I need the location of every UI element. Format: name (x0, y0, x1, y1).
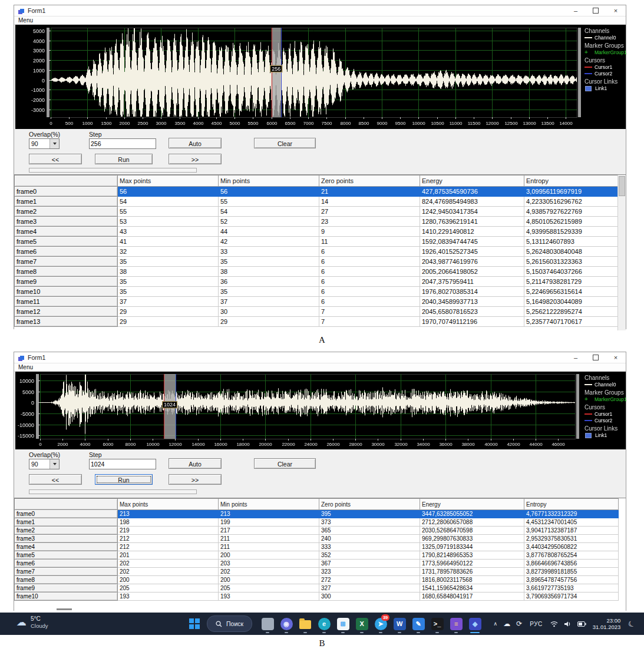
table-row-frame8[interactable]: frame82002002721816,800231175683,8965478… (15, 576, 619, 584)
cell-entropy[interactable]: 3,86646696743856 (524, 560, 619, 568)
cell-max[interactable]: 54 (118, 197, 219, 207)
cell-zero[interactable]: 240 (319, 535, 420, 543)
legend-markergroup1[interactable]: +MarkerGroup1 (584, 49, 636, 55)
wifi-icon[interactable] (550, 621, 558, 627)
table-row-frame11[interactable]: frame11373762040,345899377135,1649820304… (15, 297, 619, 307)
forward-button[interactable]: >> (169, 474, 222, 485)
maximize-button[interactable] (586, 5, 606, 16)
cell-max[interactable]: 201 (118, 551, 219, 560)
table-row-frame1[interactable]: frame1545514824,4769854949834,2233051629… (15, 197, 619, 207)
column-header-max-points[interactable]: Max points (118, 499, 219, 510)
cell-min[interactable]: 202 (219, 568, 319, 576)
cell-min[interactable]: 56 (219, 187, 319, 197)
row-header[interactable]: frame11 (15, 297, 118, 307)
cell-min[interactable]: 38 (219, 267, 319, 277)
weather-widget[interactable]: ☁ 5°C Cloudy (16, 615, 48, 629)
back-button[interactable]: << (29, 154, 82, 164)
table-row-frame7[interactable]: frame72022023231731,789578836263,8273998… (15, 568, 619, 576)
row-header[interactable]: frame8 (15, 576, 118, 584)
clock[interactable]: 23:00 31.01.2023 (593, 617, 621, 630)
table-row-frame10[interactable]: frame101931933001680,658480419173,790693… (15, 593, 619, 601)
cell-max[interactable]: 212 (118, 535, 219, 543)
cell-energy[interactable]: 969,299807630833 (420, 535, 524, 543)
table-row-frame3[interactable]: frame35352231280,763962191414,8501052621… (15, 217, 619, 227)
table-row-frame6[interactable]: frame62022033671773,596649501223,8664669… (15, 560, 619, 568)
run-button[interactable]: Run (95, 474, 153, 485)
clear-button[interactable]: Clear (254, 138, 316, 148)
app-photos[interactable]: ✎ (409, 614, 428, 634)
table-row-frame9[interactable]: frame9353662047,37579594115,211479382817… (15, 277, 619, 287)
cell-zero[interactable]: 323 (319, 568, 420, 576)
auto-button[interactable]: Auto (169, 138, 222, 148)
cell-entropy[interactable]: 5,26248030840048 (524, 247, 619, 257)
column-header-max-points[interactable]: Max points (118, 176, 219, 187)
cell-min[interactable]: 36 (219, 277, 319, 287)
minimize-button[interactable]: – (566, 5, 586, 16)
onedrive-cloud-icon[interactable]: ☁ (503, 620, 510, 628)
cell-min[interactable]: 54 (219, 207, 319, 217)
cell-zero[interactable]: 11 (319, 237, 420, 247)
combo-dropdown-button[interactable] (49, 459, 59, 469)
cell-zero[interactable]: 6 (319, 277, 420, 287)
cell-max[interactable]: 38 (118, 267, 219, 277)
app-form1-active[interactable]: ◆ (465, 614, 484, 634)
cell-min[interactable]: 200 (219, 576, 319, 584)
cell-energy[interactable]: 3447,63285055052 (420, 510, 524, 518)
column-header-entropy[interactable]: Entropy (524, 499, 619, 510)
app-word[interactable]: W (390, 614, 409, 634)
minimize-button[interactable]: – (566, 352, 586, 363)
clear-button[interactable]: Clear (254, 458, 316, 469)
table-row-frame9[interactable]: frame92052053271541,159654286343,6619727… (15, 584, 619, 593)
start-button[interactable] (186, 615, 203, 633)
table-row-frame3[interactable]: frame3212211240969,2998076308332,9532937… (15, 535, 619, 543)
cell-min[interactable]: 211 (219, 535, 319, 543)
cell-min[interactable]: 44 (219, 227, 319, 237)
cell-max[interactable]: 219 (118, 527, 219, 535)
scrollbar-thumb[interactable] (619, 176, 625, 196)
app-edge[interactable]: e (315, 614, 333, 634)
cell-entropy[interactable]: 4,76771332312329 (524, 510, 619, 518)
cell-zero[interactable]: 6 (319, 287, 420, 297)
cell-energy[interactable]: 2043,98774619976 (420, 257, 524, 267)
cell-energy[interactable]: 1926,40152527345 (420, 247, 524, 257)
cell-entropy[interactable]: 3,44034295060822 (524, 543, 619, 551)
cell-energy[interactable]: 2005,20664198052 (420, 267, 524, 277)
cell-min[interactable]: 193 (219, 593, 319, 601)
table-row-frame0[interactable]: frame02132133953447,632850550524,7677133… (15, 510, 619, 518)
cell-max[interactable]: 41 (118, 237, 219, 247)
cell-max[interactable]: 53 (118, 217, 219, 227)
row-header[interactable]: frame9 (15, 584, 118, 593)
cell-max[interactable]: 35 (118, 287, 219, 297)
row-header[interactable]: frame7 (15, 257, 118, 267)
table-row-frame4[interactable]: frame4434491410,22914908124,939958815293… (15, 227, 619, 237)
cell-min[interactable]: 30 (219, 307, 319, 317)
overlap-select[interactable]: 90 (29, 138, 60, 149)
auto-button[interactable]: Auto (169, 458, 222, 469)
titlebar[interactable]: Form1 – × (14, 5, 626, 16)
cell-entropy[interactable]: 5,23577407170617 (524, 317, 619, 327)
cell-min[interactable]: 35 (219, 257, 319, 267)
cell-energy[interactable]: 1541,15965428634 (420, 584, 524, 593)
step-input[interactable] (89, 138, 156, 149)
table-row-frame0[interactable]: frame0565621427,8753545907363,0995611969… (15, 187, 619, 197)
cell-energy[interactable]: 1773,59664950122 (420, 560, 524, 568)
table-row-frame13[interactable]: frame13292971970,707491121965,2357740717… (15, 317, 619, 327)
cell-entropy[interactable]: 5,22469656315614 (524, 287, 619, 297)
sync-icon[interactable]: ⟳ (516, 620, 522, 628)
cell-zero[interactable]: 373 (319, 518, 420, 527)
cell-max[interactable]: 213 (118, 510, 219, 518)
cell-max[interactable]: 29 (118, 317, 219, 327)
cell-min[interactable]: 55 (219, 197, 319, 207)
cell-energy[interactable]: 1592,08394744745 (420, 237, 524, 247)
column-header-min-points[interactable]: Min points (219, 176, 319, 187)
cell-zero[interactable]: 6 (319, 267, 420, 277)
cell-min[interactable]: 37 (219, 297, 319, 307)
row-header[interactable]: frame0 (15, 187, 118, 197)
row-header[interactable]: frame8 (15, 267, 118, 277)
forward-button[interactable]: >> (169, 154, 222, 164)
close-button[interactable]: × (606, 5, 626, 16)
column-header-zero-points[interactable]: Zero points (319, 176, 420, 187)
app-chat[interactable]: ◉ (277, 614, 296, 634)
night-mode-moon-icon[interactable]: ☾ (627, 618, 637, 630)
cell-entropy[interactable]: 3,87767808765254 (524, 551, 619, 560)
